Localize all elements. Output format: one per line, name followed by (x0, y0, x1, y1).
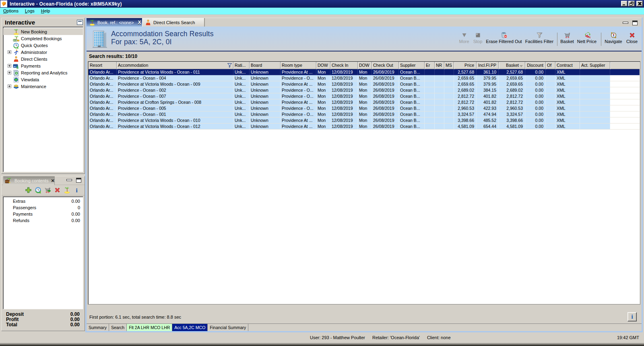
column-header-check-in[interactable]: Check In (330, 62, 358, 69)
sidebar-item-quick-quotes[interactable]: Quick Quotes (3, 42, 83, 49)
column-header-label: Contract (557, 63, 573, 68)
toolbar-button-label: Stop (473, 39, 483, 44)
refresh-clock-icon[interactable] (35, 187, 41, 194)
section-tab-financial-summary[interactable]: Financial Summary (208, 324, 248, 331)
delete-x-icon[interactable] (54, 187, 61, 194)
column-header-price[interactable]: Price (454, 62, 477, 69)
cell-resort: Orlando Ar... (89, 93, 117, 99)
column-header-er[interactable]: Er (425, 62, 435, 69)
sidebar-item-label: New Booking (21, 29, 47, 34)
tree-expander-icon[interactable] (8, 64, 11, 68)
booking-panel-minimize-icon[interactable] (66, 179, 72, 181)
column-header-accommodation[interactable]: Accommodation (117, 62, 233, 69)
tree-expander-icon[interactable] (8, 84, 11, 88)
section-tab-flt-2a-lhr-mco-lhr[interactable]: Flt 2A LHR MCO LHR (127, 324, 172, 331)
sidebar-item-viewdata[interactable]: Viewdata (3, 76, 83, 83)
restore-button[interactable] (628, 1, 635, 6)
result-row[interactable]: Orlando Ar...Providence at Victoria Wood… (89, 117, 640, 124)
column-header-label: Check Out (373, 63, 393, 68)
booking-contents-tab-label: Booking contents (14, 178, 48, 183)
booking-row-payments[interactable]: Payments0.00 (3, 211, 83, 217)
result-row[interactable]: Orlando Ar...Providence - Ocean - 001Unk… (89, 111, 640, 117)
tree-expander-icon[interactable] (8, 50, 11, 54)
column-header-nr[interactable]: NR (435, 62, 444, 69)
cell-supplier: Ocean B... (399, 117, 425, 123)
sidebar-item-direct-clients[interactable]: Direct Clients (3, 56, 83, 62)
booking-contents-tab[interactable]: Booking contents ✕ (3, 176, 55, 185)
cell-accommodation: Providence at Victoria Woods - Ocean - 0… (117, 81, 233, 87)
result-row[interactable]: Orlando Ar...Providence at Victoria Wood… (89, 69, 640, 75)
palm-island-icon[interactable] (64, 187, 70, 194)
column-header-check-out[interactable]: Check Out (372, 62, 399, 69)
info-button[interactable]: i (627, 312, 637, 321)
result-row[interactable]: Orlando Ar...Providence at Victoria Wood… (89, 124, 640, 130)
runner-icon (13, 49, 19, 56)
result-row[interactable]: Orlando Ar...Providence - Ocean - 007Unk… (89, 93, 640, 99)
document-minimize-icon[interactable] (623, 22, 628, 24)
cell-dow: Mon (358, 93, 372, 99)
column-header-resort[interactable]: Resort (89, 62, 117, 69)
document-tab-direct-clients-search[interactable]: Direct Clients Search (142, 18, 204, 27)
sidebar-item-reporting-and-analytics[interactable]: Reporting and Analytics (3, 69, 83, 76)
sidebar-item-administrator[interactable]: Administrator (3, 49, 83, 56)
column-header-act-supplier[interactable]: Act. Supplier (580, 62, 610, 69)
close-button[interactable]: Close (610, 32, 644, 44)
cell-incl-fl-pp: 654.44 (477, 124, 499, 129)
result-row[interactable]: Orlando Ar...Providence - Ocean - 002Unk… (89, 87, 640, 93)
column-header-discount[interactable]: Discount (525, 62, 546, 69)
cell-contract: XML (555, 124, 580, 129)
section-tab-acc-5a-2c-mco[interactable]: Acc 5A,2C MCO (172, 324, 208, 331)
column-header-label: Accommodation (118, 63, 148, 68)
column-header-contract[interactable]: Contract (555, 62, 580, 69)
info-icon[interactable]: i (73, 187, 80, 194)
section-tab-summary[interactable]: Summary (87, 324, 109, 331)
cell-act-supplier (580, 69, 610, 75)
tree-expander-icon[interactable] (8, 71, 11, 74)
cell-contract: XML (555, 111, 580, 117)
column-header-of[interactable]: Of (546, 62, 555, 69)
cell-basket: 2,659.65 (499, 75, 525, 81)
column-filter-icon[interactable] (227, 63, 232, 68)
minimize-button[interactable] (621, 1, 627, 6)
column-header-incl-fl-pp[interactable]: Incl.Fl.PP (477, 62, 499, 69)
cell-of (546, 124, 555, 129)
column-header-rati-[interactable]: Rati... (233, 62, 250, 69)
column-header-dow[interactable]: DOW (316, 62, 330, 69)
booking-row-refunds[interactable]: Refunds0.00 (3, 217, 83, 224)
menu-help[interactable]: Help (38, 8, 54, 14)
column-header-supplier[interactable]: Supplier (399, 62, 425, 69)
sidebar-item-new-booking[interactable]: New Booking (3, 28, 83, 35)
cell-incl-fl-pp: 384.15 (477, 87, 499, 93)
cell-discount: 0.00 (525, 69, 546, 75)
column-header-ms[interactable]: MS (444, 62, 454, 69)
sidebar-item-payments[interactable]: $Payments (3, 62, 83, 69)
booking-row-passengers[interactable]: Passengers0 (3, 204, 83, 211)
document-maximize-icon[interactable] (632, 21, 638, 25)
cell-resort: Orlando Ar... (89, 69, 117, 75)
main-document-window: Book. ref.: <none>XDirect Clients Search… (85, 18, 643, 332)
menu-options[interactable]: Options (0, 8, 22, 14)
add-icon[interactable] (25, 187, 32, 194)
column-header-board[interactable]: Board (250, 62, 281, 69)
column-header-dow[interactable]: DOW (358, 62, 372, 69)
result-row[interactable]: Orlando Ar...Providence - Ocean - 005Unk… (89, 105, 640, 111)
result-row[interactable]: Orlando Ar...Providence - Ocean - 004Unk… (89, 75, 640, 81)
menu-logs[interactable]: Logs (22, 8, 38, 14)
booking-tab-close-icon[interactable]: ✕ (51, 178, 54, 183)
cell-basket: 2,689.02 (499, 87, 525, 93)
document-tab-close-icon[interactable]: X (138, 20, 141, 25)
collapse-panel-icon[interactable] (77, 20, 83, 25)
cart-transfer-icon[interactable] (44, 187, 51, 194)
column-header-room-type[interactable]: Room type (281, 62, 316, 69)
result-row[interactable]: Orlando Ar...Providence at Crofton Sprin… (89, 99, 640, 105)
close-button[interactable] (636, 1, 643, 6)
sidebar-item-completed-bookings[interactable]: Completed Bookings (3, 35, 83, 42)
result-row[interactable]: Orlando Ar...Providence at Victoria Wood… (89, 81, 640, 87)
cell-contract: XML (555, 117, 580, 123)
document-tab-book-ref-none-[interactable]: Book. ref.: <none>X (87, 18, 142, 27)
booking-row-extras[interactable]: Extras0.00 (3, 198, 83, 204)
sidebar-item-maintenance[interactable]: Maintenance (3, 83, 83, 90)
section-tab-search[interactable]: Search (109, 324, 127, 331)
booking-panel-maximize-icon[interactable] (76, 178, 81, 183)
column-header-basket[interactable]: Basket (499, 62, 525, 69)
